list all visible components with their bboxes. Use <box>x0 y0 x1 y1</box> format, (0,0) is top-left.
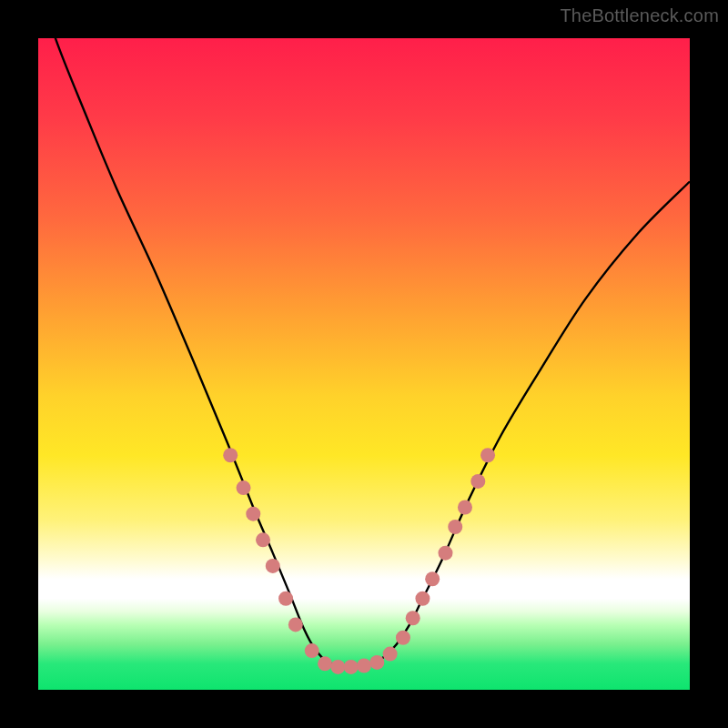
data-marker <box>305 643 319 658</box>
data-marker <box>237 480 251 495</box>
data-marker <box>369 655 384 670</box>
data-marker <box>383 647 398 662</box>
watermark-text: TheBottleneck.com <box>560 5 719 26</box>
data-marker <box>425 571 440 586</box>
data-marker <box>266 559 280 573</box>
data-marker <box>439 546 453 561</box>
chart-frame: TheBottleneck.com <box>0 0 728 728</box>
data-marker <box>256 532 270 547</box>
data-marker <box>357 659 371 673</box>
chart-svg <box>38 38 690 690</box>
data-marker <box>406 611 420 625</box>
data-marker <box>470 474 485 489</box>
data-marker <box>330 660 345 674</box>
data-marker <box>415 592 430 606</box>
bottleneck-curve <box>38 0 690 667</box>
data-marker <box>288 617 303 632</box>
data-marker <box>278 592 293 606</box>
data-marker <box>396 631 410 645</box>
curve-markers <box>223 448 495 674</box>
data-marker <box>480 448 495 462</box>
data-marker <box>344 660 359 674</box>
curve-layer <box>38 0 690 667</box>
plot-area <box>38 38 690 690</box>
data-marker <box>246 507 260 521</box>
data-marker <box>458 500 472 515</box>
data-marker <box>448 520 462 534</box>
data-marker <box>223 448 238 462</box>
data-marker <box>318 656 332 671</box>
